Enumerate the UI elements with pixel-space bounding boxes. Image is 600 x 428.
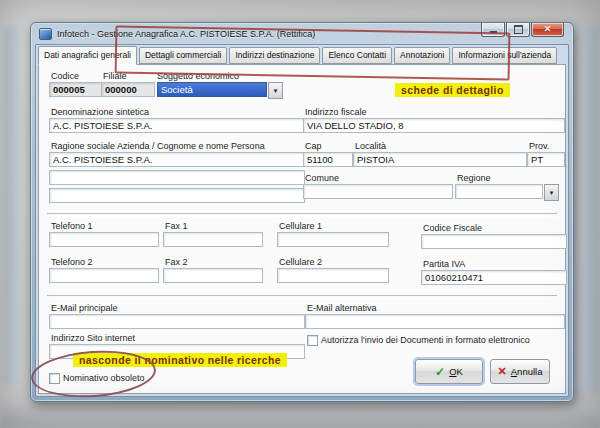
codice-fiscale-field[interactable] [421,234,567,249]
email-principale-label: E-Mail principale [51,303,118,313]
regione-selected-value [455,184,543,199]
background-blur-stripe-left [4,28,20,384]
cellulare2-field[interactable] [277,268,389,283]
localita-label: Località [355,141,386,151]
prov-label: Prov. [529,141,549,151]
background-blur-stripe-right [578,26,598,394]
cellulare1-field[interactable] [277,232,389,247]
indirizzo-fiscale-label: Indirizzo fiscale [305,107,367,117]
soggetto-economico-selected-value: Società [157,82,267,97]
ragione-sociale-field-1[interactable]: A.C. PISTOIESE S.P.A. [49,152,305,167]
cap-field[interactable]: 51100 [303,152,353,167]
cellulare1-label: Cellulare 1 [279,221,322,231]
sito-internet-label: Indirizzo Sito internet [51,333,135,343]
autorizza-invio-checkbox-label[interactable]: Autorizza l'invio dei Documenti in forma… [321,335,530,345]
telefono1-field[interactable] [49,232,159,247]
section-divider [47,295,557,299]
close-button[interactable]: ✕ [531,23,564,37]
telefono2-label: Telefono 2 [51,257,93,267]
regione-combobox[interactable]: ▼ [455,184,559,199]
ok-button[interactable]: ✓ OK [415,359,483,384]
maximize-icon [514,25,523,34]
check-icon: ✓ [435,366,445,378]
regione-label: Regione [457,173,491,183]
section-divider [47,213,557,217]
telefono1-label: Telefono 1 [51,221,93,231]
indirizzo-fiscale-field[interactable]: VIA DELLO STADIO, 8 [303,118,565,133]
application-icon [39,28,52,40]
codice-field[interactable]: 000005 [49,82,103,97]
autorizza-invio-checkbox[interactable] [307,335,318,346]
denominazione-field[interactable]: A.C. PISTOIESE S.P.A. [49,118,305,133]
x-icon: ✕ [498,366,507,377]
comune-label: Comune [305,173,339,183]
cellulare2-label: Cellulare 2 [279,257,322,267]
annotation-schede-di-dettaglio: schede di dettaglio [395,83,510,97]
fax1-field[interactable] [163,232,263,247]
denominazione-label: Denominazione sintetica [51,107,149,117]
fax2-label: Fax 2 [165,257,188,267]
dialog-body: Dati anagrafici generali Dettagli commer… [35,44,569,397]
telefono2-field[interactable] [49,268,159,283]
soggetto-economico-combobox[interactable]: Società ▼ [157,82,283,97]
ok-button-label: OK [449,366,463,377]
ragione-sociale-field-3[interactable] [49,188,305,203]
fax2-field[interactable] [163,268,263,283]
codice-label: Codice [51,71,79,81]
regione-dropdown-button[interactable]: ▼ [544,184,559,201]
ragione-sociale-field-2[interactable] [49,170,305,185]
fax1-label: Fax 1 [165,221,188,231]
annulla-button-label: Annulla [511,366,543,377]
localita-field[interactable]: PISTOIA [353,152,527,167]
chevron-down-icon: ▼ [273,88,279,94]
soggetto-dropdown-button[interactable]: ▼ [268,82,283,99]
prov-field[interactable]: PT [527,152,565,167]
partita-iva-field[interactable]: 01060210471 [421,270,567,285]
tab-page-dati-anagrafici: Codice Filiale Soggetto economico 000005… [38,64,566,394]
close-icon: ✕ [544,25,552,34]
email-alternativa-field[interactable] [305,314,565,329]
cap-label: Cap [305,141,322,151]
comune-field[interactable] [303,184,453,199]
email-principale-field[interactable] [49,314,305,329]
chevron-down-icon: ▼ [549,190,555,196]
annotation-red-rectangle-tabs [115,26,511,81]
ragione-sociale-label: Ragione sociale Azienda / Cognome e nome… [51,141,265,151]
partita-iva-label: Partita IVA [423,259,465,269]
codice-fiscale-label: Codice Fiscale [423,223,482,233]
annulla-button[interactable]: ✕ Annulla [490,359,550,384]
filiale-field[interactable]: 000000 [101,82,155,97]
email-alternativa-label: E-Mail alternativa [307,303,377,313]
background-bottom-band [0,404,600,428]
